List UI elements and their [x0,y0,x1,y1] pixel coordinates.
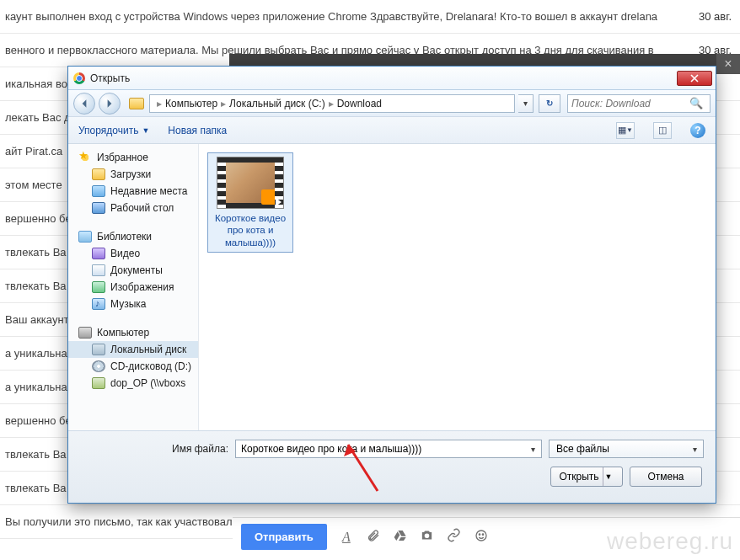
filename-dropdown[interactable]: ▾ [526,445,539,454]
sidebar-libraries-header[interactable]: Библиотеки [68,228,198,245]
sidebar-item-desktop[interactable]: Рабочий стол [68,200,198,216]
video-thumbnail [217,157,284,209]
breadcrumb-dropdown[interactable]: ▾ [518,94,534,113]
sidebar-item-cd-drive[interactable]: CD-дисковод (D:) [68,358,198,375]
dialog-sidebar: Избранное Загрузки Недавние места Рабочи… [68,144,199,430]
document-icon [92,264,105,276]
libraries-icon [78,231,92,243]
dialog-title: Открыть [90,72,130,84]
dialog-footer: Имя файла: ▾ Все файлы▾ Открыть▼ Отмена [68,430,716,503]
new-folder-button[interactable]: Новая папка [168,125,227,136]
sidebar-item-local-disk[interactable]: Локальный диск [68,341,198,358]
sidebar-item-videos[interactable]: Видео [68,245,198,262]
sidebar-item-documents[interactable]: Документы [68,262,198,279]
breadcrumb-segment[interactable]: Download [337,98,382,109]
open-file-dialog: Открыть ▸Компьютер ▸Локальный диск (C:) … [67,66,716,504]
dialog-navbar: ▸Компьютер ▸Локальный диск (C:) ▸Downloa… [68,90,716,117]
filename-combo[interactable]: ▾ [235,440,542,458]
network-drive-icon [92,377,105,389]
recent-icon [92,185,105,197]
sidebar-item-recent[interactable]: Недавние места [68,183,198,200]
filename-input[interactable] [241,443,526,455]
compose-toolbar: Отправить A [233,517,740,556]
sidebar-item-music[interactable]: Музыка [68,296,198,312]
computer-icon [78,327,92,339]
search-box[interactable]: 🔍 [567,94,711,113]
file-type-filter[interactable]: Все файлы▾ [549,440,704,458]
open-button[interactable]: Открыть▼ [550,467,623,487]
picture-icon [92,281,105,293]
link-icon[interactable] [447,528,462,546]
photo-icon[interactable] [420,528,435,546]
svg-point-1 [479,534,480,535]
star-icon [78,152,92,163]
help-button[interactable]: ? [690,123,705,138]
sidebar-computer-header[interactable]: Компьютер [68,324,198,341]
folder-icon [92,168,105,180]
filter-dropdown[interactable]: ▾ [688,445,701,454]
send-button[interactable]: Отправить [241,524,327,550]
play-overlay-icon [276,198,282,206]
drive-icon[interactable] [393,529,408,546]
dialog-toolbar: Упорядочить▼ Новая папка ▦ ▼ ◫ ? [68,117,716,144]
cancel-button[interactable]: Отмена [630,467,702,487]
sidebar-item-pictures[interactable]: Изображения [68,279,198,296]
music-icon [92,298,105,310]
formatting-icon[interactable]: A [339,530,354,545]
disk-icon [92,344,105,355]
video-icon [92,248,105,259]
filename-label: Имя файла: [68,443,228,455]
sidebar-item-network-drive[interactable]: dop_OP (\\vboxs [68,375,198,392]
svg-point-2 [482,534,483,535]
emoji-icon[interactable] [474,529,489,546]
file-item-selected[interactable]: Короткое видео про кота и малыша)))) [207,152,293,253]
compose-close-button[interactable]: × [716,54,740,74]
sidebar-favorites-header[interactable]: Избранное [68,149,198,166]
nav-back-button[interactable] [73,93,95,115]
email-row[interactable]: каунт выполнен вход с устройства Windows… [0,0,740,34]
view-mode-button[interactable]: ▦ ▼ [616,122,635,139]
svg-point-0 [476,531,486,541]
preview-pane-button[interactable]: ◫ [653,122,672,139]
file-pane[interactable]: Короткое видео про кота и малыша)))) [199,144,716,430]
open-split-dropdown[interactable]: ▼ [603,467,614,486]
breadcrumb-segment[interactable]: Локальный диск (C:) [229,98,325,109]
breadcrumb-segment[interactable]: Компьютер [165,98,217,109]
attach-icon[interactable] [366,529,381,546]
breadcrumb[interactable]: ▸Компьютер ▸Локальный диск (C:) ▸Downloa… [149,94,515,113]
search-icon[interactable]: 🔍 [689,97,703,109]
refresh-button[interactable]: ↻ [539,94,560,113]
folder-icon [129,98,144,109]
desktop-icon [92,202,105,214]
dialog-titlebar: Открыть [68,67,716,90]
sidebar-item-downloads[interactable]: Загрузки [68,166,198,183]
cd-icon [92,360,105,372]
dialog-close-button[interactable] [677,71,712,86]
nav-forward-button[interactable] [99,93,121,115]
file-label: Короткое видео про кота и малыша)))) [212,212,289,248]
chrome-icon [73,72,85,84]
organize-menu[interactable]: Упорядочить▼ [78,125,149,136]
search-input[interactable] [571,98,689,109]
